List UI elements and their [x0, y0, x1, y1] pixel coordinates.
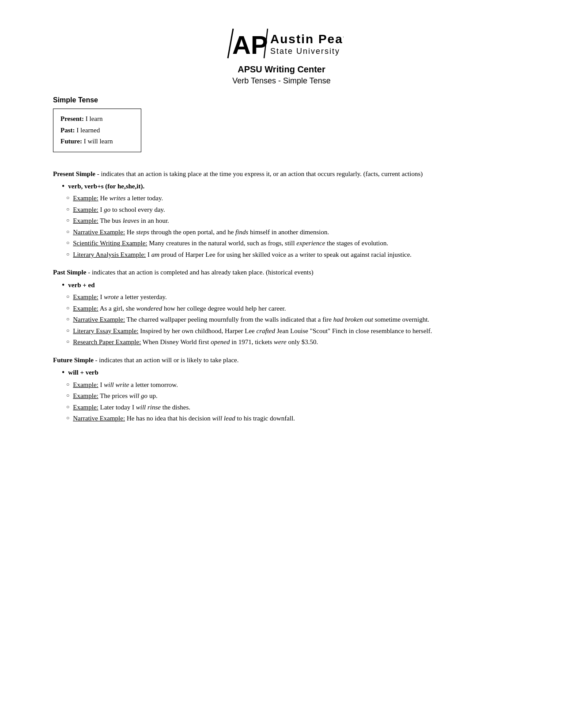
present-ex1-content: Example: He writes a letter today. — [73, 193, 510, 203]
future-example-1: ○ Example: I will write a letter tomorro… — [66, 380, 510, 390]
present-value: I learn — [84, 115, 102, 122]
present-simple-label: Present Simple — [53, 170, 95, 177]
italic-word: had broken out — [333, 316, 373, 323]
present-examples-list: ○ Example: He writes a letter today. ○ E… — [53, 193, 510, 259]
future-ex2-content: Example: The prices will go up. — [73, 391, 510, 401]
present-simple-rules: • verb, verb+s (for he,she,it). — [53, 181, 510, 191]
future-value: I will learn — [82, 138, 113, 145]
italic-word: crafted — [257, 327, 276, 334]
past-simple-desc: - indicates that an action is completed … — [86, 269, 313, 276]
future-simple-label: Future Simple — [53, 356, 94, 364]
page-header: AP Austin Peay State University APSU Wri… — [53, 26, 510, 86]
sub-circle: ○ — [66, 216, 69, 225]
simple-tense-section: Simple Tense Present: I learn Past: I le… — [53, 96, 510, 161]
present-rule-item: • verb, verb+s (for he,she,it). — [62, 181, 510, 191]
present-literary-example: ○ Literary Analysis Example: I am proud … — [66, 250, 510, 260]
future-ex1-content: Example: I will write a letter tomorrow. — [73, 380, 510, 390]
italic-word: wondered — [136, 305, 162, 312]
past-examples-list: ○ Example: I wrote a letter yesterday. ○… — [53, 292, 510, 347]
present-example-2: ○ Example: I go to school every day. — [66, 205, 510, 215]
literary-label: Literary Analysis Example: — [73, 251, 146, 258]
present-example-3: ○ Example: The bus leaves in an hour. — [66, 216, 510, 226]
sub-circle: ○ — [66, 227, 69, 236]
simple-tense-heading: Simple Tense — [53, 96, 510, 104]
future-examples-list: ○ Example: I will write a letter tomorro… — [53, 380, 510, 424]
italic-word: finds — [235, 229, 248, 236]
narrative-label: Narrative Example: — [73, 316, 125, 323]
sub-circle: ○ — [66, 205, 69, 214]
future-simple-intro: Future Simple - indicates that an action… — [53, 355, 510, 365]
sub-circle: ○ — [66, 326, 69, 335]
svg-text:AP: AP — [232, 30, 268, 59]
italic-word: will rinse — [136, 404, 161, 411]
present-rule-text: verb, verb+s (for he,she,it). — [68, 183, 144, 190]
future-tense-line: Future: I will learn — [60, 136, 134, 147]
present-tense-line: Present: I learn — [60, 113, 134, 125]
example-label: Example: — [73, 305, 98, 312]
university-logo: AP Austin Peay State University — [53, 26, 510, 62]
past-simple-intro: Past Simple - indicates that an action i… — [53, 267, 510, 278]
present-scientific-content: Scientific Writing Example: Many creatur… — [73, 238, 510, 248]
present-ex2-content: Example: I go to school every day. — [73, 205, 510, 215]
example-label: Example: — [73, 217, 98, 224]
italic-word: go — [104, 206, 110, 213]
future-label: Future: — [60, 138, 82, 145]
future-rule-text: will + verb — [68, 369, 98, 376]
future-narrative-content: Narrative Example: He has no idea that h… — [73, 413, 510, 424]
sub-circle: ○ — [66, 337, 69, 346]
future-narrative-example: ○ Narrative Example: He has no idea that… — [66, 413, 510, 424]
example-label: Example: — [73, 404, 98, 411]
past-rule-content: verb + ed — [68, 280, 510, 290]
sub-circle: ○ — [66, 238, 69, 247]
svg-text:Austin Peay: Austin Peay — [270, 32, 344, 46]
italic-word: will write — [104, 381, 129, 388]
document-title: APSU Writing Center — [53, 64, 510, 75]
past-ex2-content: Example: As a girl, she wondered how her… — [73, 304, 510, 314]
narrative-label: Narrative Example: — [73, 415, 125, 422]
past-simple-section: Past Simple - indicates that an action i… — [53, 267, 510, 347]
past-literary-content: Literary Essay Example: Inspired by her … — [73, 326, 510, 336]
sub-circle: ○ — [66, 304, 69, 312]
past-research-example: ○ Research Paper Example: When Disney Wo… — [66, 337, 510, 347]
tense-box: Present: I learn Past: I learned Future:… — [53, 109, 141, 152]
sub-circle: ○ — [66, 250, 69, 259]
narrative-label: Narrative Example: — [73, 229, 125, 236]
present-simple-desc: - indicates that an action is taking pla… — [95, 170, 423, 177]
present-ex3-content: Example: The bus leaves in an hour. — [73, 216, 510, 226]
sub-circle: ○ — [66, 193, 69, 202]
future-simple-desc: - indicates that an action will or is li… — [94, 356, 239, 364]
bullet-dot: • — [62, 280, 64, 290]
example-label: Example: — [73, 381, 98, 388]
past-example-2: ○ Example: As a girl, she wondered how h… — [66, 304, 510, 314]
italic-word: will go — [129, 392, 147, 399]
past-narrative-example: ○ Narrative Example: The charred wallpap… — [66, 315, 510, 325]
italic-word: opened — [211, 338, 230, 345]
italic-word: were — [274, 338, 287, 345]
example-label: Example: — [73, 206, 98, 213]
past-label: Past: — [60, 127, 75, 134]
present-narrative-content: Narrative Example: He steps through the … — [73, 227, 510, 237]
sub-circle: ○ — [66, 391, 69, 400]
future-simple-section: Future Simple - indicates that an action… — [53, 355, 510, 424]
present-literary-content: Literary Analysis Example: I am proud of… — [73, 250, 510, 260]
sub-circle: ○ — [66, 402, 69, 411]
italic-word: experience — [296, 240, 325, 247]
past-simple-rules: • verb + ed — [53, 280, 510, 290]
past-rule-item: • verb + ed — [62, 280, 510, 290]
present-label: Present: — [60, 115, 84, 122]
past-tense-line: Past: I learned — [60, 125, 134, 136]
past-literary-example: ○ Literary Essay Example: Inspired by he… — [66, 326, 510, 336]
sub-circle: ○ — [66, 315, 69, 323]
sub-circle: ○ — [66, 292, 69, 301]
future-rule-item: • will + verb — [62, 368, 510, 378]
past-ex1-content: Example: I wrote a letter yesterday. — [73, 292, 510, 302]
example-label: Example: — [73, 293, 98, 300]
past-research-content: Research Paper Example: When Disney Worl… — [73, 337, 510, 347]
sub-circle: ○ — [66, 380, 69, 389]
present-narrative-example: ○ Narrative Example: He steps through th… — [66, 227, 510, 237]
italic-word: am — [151, 251, 159, 258]
future-rule-content: will + verb — [68, 368, 510, 378]
italic-word: leaves — [123, 217, 139, 224]
past-value: I learned — [75, 127, 100, 134]
future-example-2: ○ Example: The prices will go up. — [66, 391, 510, 401]
